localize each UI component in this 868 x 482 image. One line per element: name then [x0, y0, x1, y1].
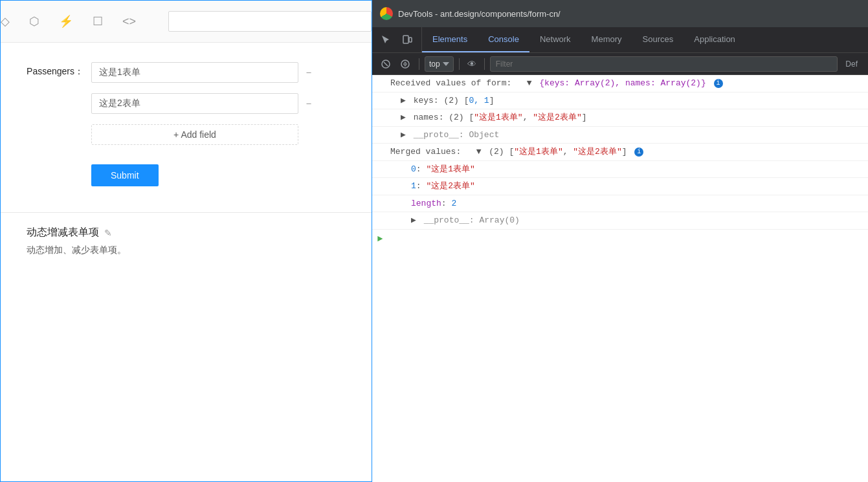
tab-elements[interactable]: Elements — [422, 27, 478, 52]
edit-icon[interactable]: ✎ — [104, 228, 112, 238]
lightning-icon: ⚡ — [59, 14, 73, 28]
toolbar-divider — [419, 58, 419, 70]
passengers-row: Passengers： － － + Add field — [27, 62, 372, 145]
received-label: Received values of form: — [390, 78, 522, 88]
bottom-section: 动态增减表单项 ✎ 动态增加、减少表单项。 — [1, 212, 372, 269]
tab-console[interactable]: Console — [478, 27, 529, 52]
diamond-icon: ◇ — [1, 14, 10, 28]
console-prompt-line[interactable]: ► — [372, 230, 868, 248]
length-key: length — [411, 199, 441, 208]
chrome-icon — [380, 7, 393, 20]
line-gutter-5 — [377, 146, 390, 147]
tab-application[interactable]: Application — [684, 27, 746, 52]
proto1-text: __proto__: Object — [414, 130, 500, 140]
line-content-length: length: 2 — [411, 197, 868, 210]
merged-label: Merged values: — [390, 147, 471, 157]
idx0-colon: : — [416, 164, 427, 174]
line-content-merged: Merged values: ▼ (2) ["这是1表单", "这是2表单"] … — [390, 146, 868, 159]
clear-console-button[interactable] — [377, 56, 394, 72]
delete-field2-icon[interactable]: － — [304, 97, 314, 111]
line-gutter-2 — [388, 94, 401, 96]
inspect-element-button[interactable] — [377, 31, 395, 49]
line-content-idx0: 0: "这是1表单" — [411, 163, 868, 176]
merged-comma: , — [563, 147, 573, 157]
line-gutter-4 — [388, 129, 401, 130]
tab-memory[interactable]: Memory — [581, 27, 632, 52]
merged-val2: "这是2表单" — [573, 147, 621, 157]
field1-input[interactable] — [91, 62, 298, 83]
names-value2: "这是2表单" — [533, 113, 581, 122]
form-label: Passengers： — [27, 62, 91, 78]
line-content-keys: ▶ keys: (2) [0, 1] — [401, 94, 868, 107]
length-val: 2 — [451, 199, 456, 208]
merged-paren: (2) [ — [489, 147, 514, 157]
toolbar-divider-2 — [459, 58, 460, 70]
line-content-idx1: 1: "这是2表单" — [411, 180, 868, 193]
device-toolbar-button[interactable] — [398, 31, 416, 49]
devtools-title: DevTools - ant.design/components/form-cn… — [398, 9, 561, 19]
console-line-names: ▶ names: (2) ["这是1表单", "这是2表单"] — [372, 109, 868, 127]
expand-arrow-names[interactable]: ▶ — [401, 113, 406, 122]
context-selector[interactable]: top — [425, 56, 454, 72]
console-line-proto1: ▶ __proto__: Object — [372, 127, 868, 144]
expand-arrow-merged[interactable]: ▼ — [476, 147, 482, 157]
keys-label: keys: (2) [ — [414, 96, 469, 105]
line-content-received: Received values of form: ▼ {keys: Array(… — [390, 77, 868, 90]
delete-field1-icon[interactable]: － — [304, 66, 314, 80]
line-content-names: ▶ names: (2) ["这是1表单", "这是2表单"] — [401, 111, 868, 124]
filter-button[interactable] — [397, 56, 414, 72]
line-gutter-8 — [398, 197, 411, 199]
expand-arrow-proto2[interactable]: ▶ — [411, 215, 416, 225]
length-colon: : — [441, 199, 452, 208]
idx0-key: 0 — [411, 164, 416, 174]
svg-rect-1 — [409, 38, 412, 42]
names-value1: "这是1表单" — [474, 113, 522, 122]
form-area: Passengers： － － + Add field Submit — [1, 43, 372, 206]
console-line-idx1: 1: "这是2表单" — [372, 178, 868, 195]
svg-rect-0 — [403, 36, 408, 43]
devtools-panel: DevTools - ant.design/components/form-cn… — [372, 0, 868, 482]
names-label: names: (2) [ — [414, 113, 474, 122]
line-gutter-6 — [398, 163, 411, 164]
console-line-length: length: 2 — [372, 195, 868, 213]
console-output: Received values of form: ▼ {keys: Array(… — [372, 75, 868, 482]
line-gutter-7 — [398, 180, 411, 181]
console-line-idx0: 0: "这是1表单" — [372, 161, 868, 179]
filter-input[interactable] — [490, 56, 838, 72]
tab-sources[interactable]: Sources — [632, 27, 684, 52]
expand-arrow-proto1[interactable]: ▶ — [401, 130, 406, 140]
merged-val1: "这是1表单" — [514, 147, 562, 157]
toolbar-divider-3 — [484, 58, 485, 70]
proto2-text: __proto__: Array(0) — [424, 215, 520, 225]
expand-arrow-keys[interactable]: ▶ — [401, 96, 406, 105]
def-label: Def — [840, 60, 863, 69]
console-line-keys: ▶ keys: (2) [0, 1] — [372, 93, 868, 110]
tab-network[interactable]: Network — [529, 27, 581, 52]
eye-icon: 👁 — [467, 59, 476, 69]
context-value: top — [429, 60, 440, 69]
add-field-button[interactable]: + Add field — [91, 124, 298, 145]
console-line-merged: Merged values: ▼ (2) ["这是1表单", "这是2表单"] … — [372, 144, 868, 161]
keys-close: ] — [489, 96, 495, 105]
devtools-toolbar: top 👁 Def — [372, 53, 868, 75]
devtools-tab-icons — [372, 27, 422, 52]
field2-input[interactable] — [91, 93, 298, 114]
keys-values: 0, 1 — [469, 96, 489, 105]
submit-button[interactable]: Submit — [91, 164, 159, 186]
line-gutter — [377, 77, 390, 78]
expand-arrow-1[interactable]: ▼ — [527, 78, 532, 88]
idx1-val: "这是2表单" — [426, 181, 474, 191]
names-close: ] — [582, 113, 587, 122]
left-panel: ◇ ⬡ ⚡ ☐ <> Passengers： － － + Add — [0, 0, 372, 482]
received-value: {keys: Array(2), names: Array(2)} — [539, 78, 706, 88]
devtools-tabs: Elements Console Network Memory Sources … — [372, 27, 868, 53]
line-gutter-3 — [388, 111, 401, 113]
cube-icon: ⬡ — [29, 14, 39, 28]
submit-row: Submit — [27, 164, 372, 186]
console-line-received: Received values of form: ▼ {keys: Array(… — [372, 75, 868, 93]
devtools-titlebar: DevTools - ant.design/components/form-cn… — [372, 0, 868, 27]
section-title: 动态增减表单项 ✎ — [27, 226, 346, 239]
idx1-colon: : — [416, 181, 427, 191]
merged-close: ] — [622, 147, 627, 157]
line-gutter-9 — [398, 214, 411, 215]
